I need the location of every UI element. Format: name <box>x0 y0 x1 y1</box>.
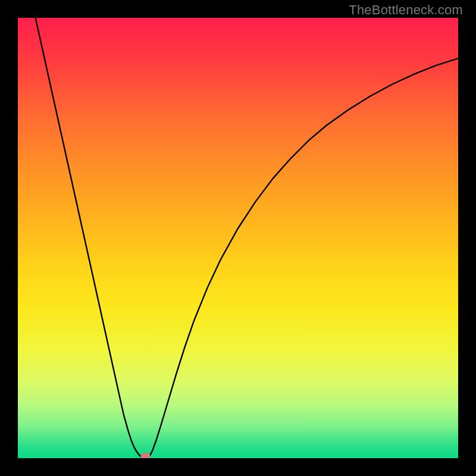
watermark-text: TheBottleneck.com <box>349 2 463 18</box>
bottleneck-curve <box>36 18 458 458</box>
curve-svg <box>18 18 458 458</box>
plot-area <box>18 18 458 458</box>
chart-frame: TheBottleneck.com <box>0 0 476 476</box>
highlight-marker <box>141 453 151 458</box>
